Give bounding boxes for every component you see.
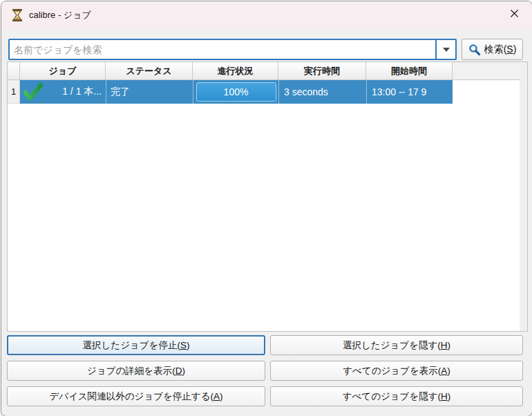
start-time-cell[interactable]: 13:00 -- 17 9: [366, 80, 453, 104]
vertical-scrollbar-track[interactable]: [520, 62, 527, 331]
hourglass-icon: [10, 8, 24, 22]
titlebar[interactable]: calibre - ジョブ: [1, 1, 532, 29]
progress-bar: 100%: [196, 82, 276, 102]
jobs-table: ジョブ ステータス 進行状況 実行時間 開始時間 1 1 / 1 本...: [7, 62, 528, 332]
column-header-status[interactable]: ステータス: [106, 62, 193, 80]
jobs-dialog: calibre - ジョブ 検索(S) ジョブ: [1, 1, 532, 416]
table-header: ジョブ ステータス 進行状況 実行時間 開始時間: [8, 62, 521, 80]
table-row[interactable]: 1 1 / 1 本... 完了 100% 3 seconds: [8, 80, 453, 104]
search-history-dropdown[interactable]: [435, 40, 455, 59]
hide-all-jobs-button[interactable]: すべてのジョブを隠す(H): [270, 386, 523, 406]
progress-value: 100%: [224, 86, 249, 97]
search-button-label: 検索(S): [484, 44, 517, 56]
magnifier-icon: [468, 44, 481, 56]
status-cell[interactable]: 完了: [106, 80, 193, 104]
green-check-icon: [23, 82, 44, 102]
row-header[interactable]: 1: [8, 80, 20, 104]
runtime-cell[interactable]: 3 seconds: [278, 80, 366, 104]
search-button[interactable]: 検索(S): [462, 39, 523, 60]
job-cell[interactable]: 1 / 1 本...: [20, 80, 106, 104]
search-input[interactable]: [10, 40, 435, 59]
header-filler: [453, 62, 521, 80]
job-title: 1 / 1 本...: [44, 86, 106, 98]
column-header-start[interactable]: 開始時間: [366, 62, 453, 80]
column-header-runtime[interactable]: 実行時間: [278, 62, 366, 80]
chevron-down-icon: [443, 48, 450, 52]
corner-header-cell: [8, 62, 20, 80]
show-all-jobs-button[interactable]: すべてのジョブを表示(A): [270, 361, 523, 381]
stop-non-device-jobs-button[interactable]: デバイス関連以外のジョブを停止する(A): [7, 386, 265, 406]
stop-selected-jobs-button[interactable]: 選択したジョブを停止(S): [7, 335, 265, 355]
show-job-details-button[interactable]: ジョブの詳細を表示(D): [7, 361, 265, 381]
hide-selected-jobs-button[interactable]: 選択したジョブを隠す(H): [270, 335, 523, 355]
close-icon: [510, 8, 519, 21]
column-header-progress[interactable]: 進行状況: [193, 62, 278, 80]
column-header-job[interactable]: ジョブ: [20, 62, 106, 80]
close-button[interactable]: [499, 3, 529, 26]
search-combobox: [8, 39, 457, 60]
progress-cell[interactable]: 100%: [193, 80, 278, 104]
window-title: calibre - ジョブ: [29, 9, 91, 21]
